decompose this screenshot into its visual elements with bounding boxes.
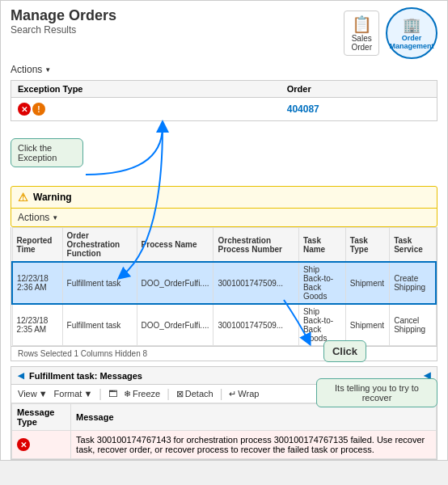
data-table-wrapper: Reported Time Order Orchestration Functi…: [11, 227, 437, 347]
cell-process-name: DOO_OrderFulfi....: [137, 262, 213, 304]
row-info: Rows Selected 1 Columns Hidden 8: [11, 347, 437, 361]
warning-actions-dropdown[interactable]: Actions ▼: [18, 212, 58, 223]
message-row: ✕ Task 300100174767143 for orchestration…: [12, 431, 437, 459]
exception-type-header: Exception Type: [11, 81, 281, 98]
order-link[interactable]: 404087: [287, 103, 319, 115]
toolbar-sep2: |: [167, 387, 170, 400]
order-management-icon: 🏢 Order Management: [386, 7, 437, 59]
orange-exclamation-icon[interactable]: !: [32, 103, 45, 116]
red-x-icon[interactable]: ✕: [18, 103, 31, 116]
exception-icons-cell: ✕ !: [11, 98, 281, 121]
search-results-label: Search Results: [11, 24, 116, 36]
error-icon: ✕: [17, 438, 30, 451]
cell-task-service: Create Shipping: [390, 262, 436, 304]
warning-header: ⚠ Warning: [11, 187, 437, 209]
toolbar-sep1: |: [99, 387, 102, 400]
messages-table: Message Type Message ✕ Task 300100174767…: [11, 403, 437, 459]
recover-callout-text: Its telling you to try to recover: [335, 383, 419, 403]
detach-button[interactable]: ⊠ Detach: [176, 389, 213, 399]
view-arrow-icon: ▼: [39, 389, 48, 399]
detach-label: Detach: [185, 389, 213, 399]
freeze-icon: ❄: [124, 389, 131, 399]
cell-reported-time: 12/23/18 2:36 AM: [12, 262, 62, 304]
cell-process-number: 3001001747509...: [213, 304, 298, 346]
sales-order-icon: 📋: [351, 15, 372, 34]
col-task-type: Task Type: [345, 228, 389, 263]
col-process-name: Process Name: [137, 228, 213, 263]
sales-order-label: SalesOrder: [351, 34, 372, 52]
order-mgmt-label: Order Management: [387, 34, 436, 50]
cell-function: Fulfillment task: [62, 304, 137, 346]
exception-table: Exception Type Order ✕ ! 404087: [11, 81, 437, 120]
wrap-label: Wrap: [238, 389, 259, 399]
table-icon[interactable]: 🗔: [108, 389, 117, 399]
msg-type-cell: ✕: [12, 431, 71, 459]
building-icon: 🏢: [403, 16, 421, 34]
format-button[interactable]: Format ▼: [54, 389, 93, 399]
format-arrow-icon: ▼: [83, 389, 92, 399]
click-callout: Click: [323, 340, 366, 362]
actions-bar: Actions ▼: [1, 62, 447, 77]
cell-task-type: Shipment: [345, 262, 389, 304]
exception-icon-group: ✕ !: [18, 103, 45, 116]
recover-callout: Its telling you to try to recover: [316, 378, 437, 407]
cell-task-name: Ship Back-to-Back Goods: [298, 262, 345, 304]
col-task-name: Task Name: [298, 228, 345, 263]
table-row[interactable]: 12/23/18 2:35 AM Fulfillment task DOO_Or…: [12, 304, 436, 346]
actions-arrow-icon: ▼: [44, 66, 51, 74]
cell-reported-time: 12/23/18 2:35 AM: [12, 304, 62, 346]
header-icons: 📋 SalesOrder 🏢 Order Management: [344, 7, 437, 59]
warning-section: ⚠ Warning Actions ▼: [11, 186, 437, 227]
data-table: Reported Time Order Orchestration Functi…: [11, 227, 437, 346]
warning-icon: ⚠: [18, 191, 28, 204]
sales-order-box: 📋 SalesOrder: [344, 11, 379, 56]
click-label: Click: [332, 345, 357, 357]
page-wrapper: Manage Orders Search Results 📋 SalesOrde…: [0, 0, 448, 461]
view-label: View: [18, 389, 37, 399]
header-left: Manage Orders Search Results: [11, 7, 116, 36]
actions-dropdown[interactable]: Actions ▼: [11, 64, 51, 75]
col-process-number: Orchestration Process Number: [213, 228, 298, 263]
msg-type-header: Message Type: [12, 404, 71, 431]
col-reported-time: Reported Time: [12, 228, 62, 263]
warning-label: Warning: [33, 192, 72, 203]
cell-function: Fulfillment task: [62, 262, 137, 304]
order-number-cell: 404087: [281, 98, 437, 121]
exception-row: ✕ ! 404087: [11, 98, 437, 121]
msg-message-header: Message: [71, 404, 437, 431]
wrap-icon: ↵: [229, 389, 236, 399]
col-task-service: Task Service: [390, 228, 436, 263]
msg-text-cell: Task 300100174767143 for orchestration p…: [71, 431, 437, 459]
view-button[interactable]: View ▼: [18, 389, 48, 399]
cell-task-type: Shipment: [345, 304, 389, 346]
page-title: Manage Orders: [11, 7, 116, 24]
warning-actions-bar: Actions ▼: [11, 209, 437, 226]
freeze-label: Freeze: [133, 389, 160, 399]
expand-icon[interactable]: ◀: [18, 371, 24, 380]
wrap-button[interactable]: ↵ Wrap: [229, 389, 259, 399]
table-row[interactable]: 12/23/18 2:36 AM Fulfillment task DOO_Or…: [12, 262, 436, 304]
exception-callout: Click the Exception: [11, 138, 83, 167]
format-label: Format: [54, 389, 82, 399]
warning-actions-label: Actions: [18, 212, 49, 223]
order-header: Order: [281, 81, 437, 98]
header: Manage Orders Search Results 📋 SalesOrde…: [1, 1, 447, 62]
col-function: Order Orchestration Function: [62, 228, 137, 263]
actions-label: Actions: [11, 64, 42, 75]
cell-process-name: DOO_OrderFulfi....: [137, 304, 213, 346]
freeze-button[interactable]: ❄ Freeze: [124, 389, 160, 399]
exception-callout-text: Click the Exception: [18, 143, 57, 162]
detach-icon: ⊠: [176, 389, 184, 399]
warning-actions-arrow-icon: ▼: [52, 214, 58, 221]
cell-process-number: 3001001747509...: [213, 262, 298, 304]
fulfillment-header-label: Fulfillment task: Messages: [29, 371, 142, 381]
cell-task-service: Cancel Shipping: [390, 304, 436, 346]
exception-table-wrapper: Exception Type Order ✕ ! 404087: [11, 80, 437, 121]
cell-task-name: Ship Back-to-Back Goods: [298, 304, 345, 346]
toolbar-sep3: |: [220, 387, 223, 400]
